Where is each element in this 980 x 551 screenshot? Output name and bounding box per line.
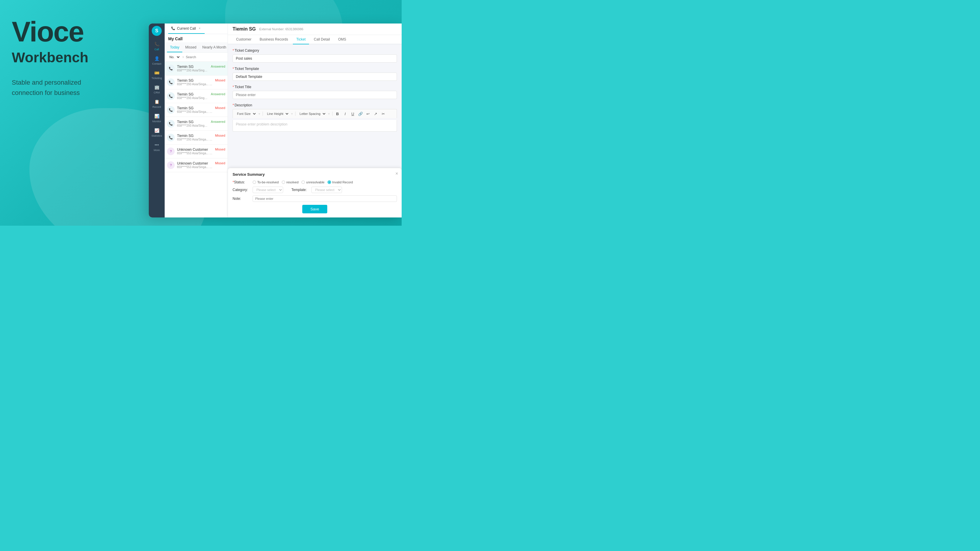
call-item-6[interactable]: ? Unknown Customer 659****553 Asia/Singa… <box>165 144 228 159</box>
tab-customer[interactable]: Customer <box>232 35 255 44</box>
tab-oms[interactable]: OMS <box>335 35 350 44</box>
detail-name: Tiemin SG <box>232 27 256 32</box>
call-name-7: Unknown Customer <box>177 161 213 165</box>
detail-external-number: External Number: 6531386986 <box>259 27 304 31</box>
radio-dot-resolved <box>282 180 285 184</box>
sidebar-item-call[interactable]: 📞 Call <box>149 39 165 53</box>
sidebar-item-statistics[interactable]: 📈 Statistics <box>149 125 165 140</box>
redo-button[interactable]: ↗ <box>372 111 379 117</box>
call-avatar-6: ? <box>167 148 175 155</box>
description-label: *Description <box>232 103 397 107</box>
call-list: 📞 Tiemin SG 658****293 Asia/Singa... 21:… <box>165 62 228 218</box>
call-number-4: 658****293 Asia/Singa... 21:13 <box>177 124 208 127</box>
call-info-3: Tiemin SG 658****293 Asia/Singa... 21:17 <box>177 106 213 113</box>
call-number-6: 659****553 Asia/Singa... 17:16 <box>177 152 213 155</box>
crm-icon: 🏢 <box>154 84 160 90</box>
call-item-0[interactable]: 📞 Tiemin SG 658****293 Asia/Singa... 21:… <box>165 62 228 76</box>
call-status-5: Missed <box>215 134 225 137</box>
sidebar-item-crm[interactable]: 🏢 CRM <box>149 82 165 96</box>
call-item-3[interactable]: 📞 Tiemin SG 658****293 Asia/Singa... 21:… <box>165 103 228 117</box>
ticket-template-input[interactable] <box>232 73 397 81</box>
call-avatar-7: ? <box>167 161 175 169</box>
current-call-tab-label: Current Call <box>177 27 196 30</box>
sidebar-label-call: Call <box>154 48 159 51</box>
letter-spacing-select[interactable]: Letter Spacing <box>297 111 326 116</box>
call-info-6: Unknown Customer 659****553 Asia/Singa..… <box>177 148 213 155</box>
call-info-0: Tiemin SG 658****293 Asia/Singa... 21:27 <box>177 65 208 72</box>
call-info-4: Tiemin SG 658****293 Asia/Singa... 21:13 <box>177 120 208 127</box>
search-input[interactable] <box>186 55 226 59</box>
underline-button[interactable]: U <box>350 111 356 117</box>
sidebar-item-ticketing[interactable]: 🎫 Ticketing <box>149 68 165 82</box>
sidebar-label-monitor: Monitor <box>152 120 161 123</box>
link-button[interactable]: 🔗 <box>357 111 364 117</box>
ticketing-icon: 🎫 <box>154 70 160 76</box>
status-resolved[interactable]: resolved <box>282 180 299 184</box>
call-avatar-4: 📞 <box>167 120 175 127</box>
sidebar-item-monitor[interactable]: 📊 Monitor <box>149 111 165 125</box>
call-number-1: 658****293 Asia/Singa... 21:27 <box>177 83 213 86</box>
call-info-1: Tiemin SG 658****293 Asia/Singa... 21:27 <box>177 78 213 86</box>
tab-missed[interactable]: Missed <box>182 42 199 52</box>
hero-section: Vioce Workbench Stable and personalized … <box>12 17 170 98</box>
hero-desc-line2: connection for business <box>12 89 80 96</box>
tab-nearly-month[interactable]: Nearly A Month <box>199 42 229 52</box>
font-size-chevron: ▼ <box>258 112 261 116</box>
tab-today[interactable]: Today <box>167 42 182 52</box>
hero-description: Stable and personalized connection for b… <box>12 77 170 98</box>
template-select[interactable]: Please select <box>311 187 342 193</box>
note-input[interactable] <box>253 195 397 202</box>
my-call-title: My Call <box>165 34 228 42</box>
call-name-6: Unknown Customer <box>177 148 213 152</box>
status-unresolvable[interactable]: unresolvable <box>301 180 324 184</box>
tab-ticket[interactable]: Ticket <box>293 35 309 44</box>
status-unresolvable-label: unresolvable <box>306 180 324 184</box>
save-button[interactable]: Save <box>302 205 328 213</box>
service-summary-panel: × Service Summary *Status: To-be-resolve… <box>228 168 402 218</box>
line-height-chevron: ▼ <box>291 112 293 116</box>
line-height-select[interactable]: Line Height <box>265 111 290 116</box>
italic-button[interactable]: I <box>342 111 348 117</box>
tab-call-detail[interactable]: Call Detail <box>310 35 333 44</box>
call-item-4[interactable]: 📞 Tiemin SG 658****293 Asia/Singa... 21:… <box>165 117 228 131</box>
call-info-7: Unknown Customer 659****553 Asia/Singa..… <box>177 161 213 169</box>
ticket-category-input[interactable] <box>232 54 397 63</box>
summary-close-button[interactable]: × <box>396 171 398 176</box>
cut-button[interactable]: ✂ <box>380 111 387 117</box>
call-status-0: Answered <box>211 65 225 68</box>
toolbar-divider-2 <box>295 112 296 116</box>
monitor-icon: 📊 <box>154 113 160 119</box>
call-item-2[interactable]: 📞 Tiemin SG 658****293 Asia/Singa... 21:… <box>165 89 228 103</box>
call-item-7[interactable]: ? Unknown Customer 659****553 Asia/Singa… <box>165 159 228 172</box>
sidebar-item-more[interactable]: ••• More <box>149 140 165 154</box>
sidebar-label-statistics: Statistics <box>151 134 162 137</box>
call-item-5[interactable]: 📞 Tiemin SG 658****293 Asia/Singa... 21:… <box>165 131 228 144</box>
description-input[interactable]: Please enter problem description <box>232 120 397 132</box>
status-to-be-resolved[interactable]: To-be-resolved <box>253 180 279 184</box>
call-item-1[interactable]: 📞 Tiemin SG 658****293 Asia/Singa... 21:… <box>165 76 228 89</box>
category-select[interactable]: Please select <box>253 187 283 193</box>
status-options: To-be-resolved resolved unresolvable Inv… <box>253 180 353 184</box>
sidebar-item-contact[interactable]: 👤 Contact <box>149 53 165 68</box>
radio-dot-unresolvable <box>301 180 305 184</box>
sidebar-label-crm: CRM <box>154 91 160 94</box>
bold-button[interactable]: B <box>334 111 341 117</box>
sidebar-label-record: Record <box>152 105 161 108</box>
search-select[interactable]: No. <box>167 54 181 60</box>
letter-spacing-chevron: ▼ <box>328 112 331 116</box>
call-number-5: 658****293 Asia/Singa... 21:12 <box>177 138 213 141</box>
call-info-2: Tiemin SG 658****293 Asia/Singa... 21:18 <box>177 92 208 100</box>
ticket-title-input[interactable] <box>232 91 397 99</box>
close-tab-button[interactable]: × <box>197 27 202 30</box>
call-number-7: 659****553 Asia/Singa... 17:13 <box>177 165 213 169</box>
status-invalid-record[interactable]: Invalid Record <box>328 180 353 184</box>
call-avatar-2: 📞 <box>167 92 175 100</box>
tab-business-records[interactable]: Business Records <box>256 35 292 44</box>
current-call-tab[interactable]: 📞 Current Call × <box>168 24 205 34</box>
sidebar-label-ticketing: Ticketing <box>151 77 162 79</box>
sidebar-item-record[interactable]: 📋 Record <box>149 96 165 111</box>
undo-button[interactable]: ↩ <box>365 111 371 117</box>
font-size-select[interactable]: Font Size <box>235 111 257 116</box>
sidebar-label-more: More <box>154 149 160 152</box>
radio-dot-invalid-record <box>328 180 331 184</box>
